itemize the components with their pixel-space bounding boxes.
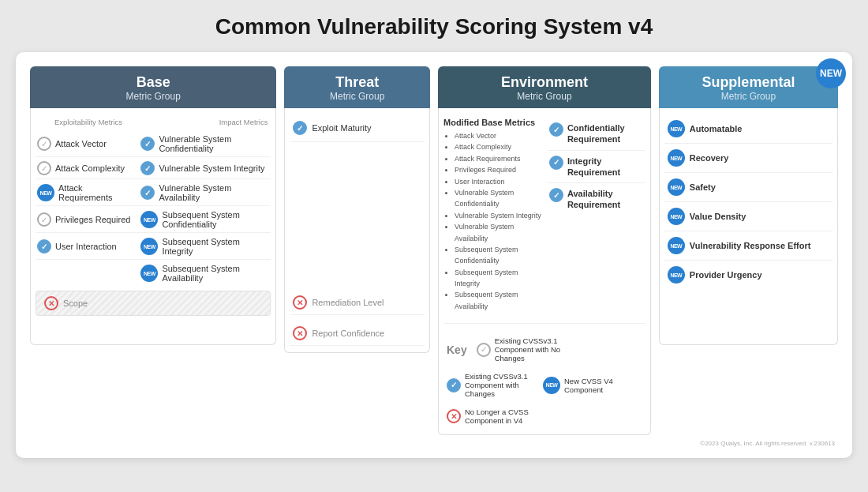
item-label: Safety <box>690 182 716 192</box>
env-body: Modified Base Metrics Attack Vector Atta… <box>438 108 651 435</box>
left-metric: ✓ Attack Vector <box>37 137 136 151</box>
item-label: Availability Requirement <box>567 188 644 211</box>
key-item-text: Existing CVSSv3.1 Component with Changes <box>465 372 533 398</box>
metric-label: Subsequent System Availability <box>162 264 269 283</box>
key-item: ✓ Existing CVSSv3.1 Component with Chang… <box>447 372 533 398</box>
key-item: NEW New CVSS V4 Component <box>543 377 630 394</box>
table-row: ✓ Attack Vector ✓ Vulnerable System Conf… <box>36 131 271 157</box>
new-badge-icon: NEW <box>140 238 158 255</box>
right-metric: ✓ Vulnerable System Integrity <box>136 161 269 175</box>
list-item: NEW Safety <box>664 173 832 202</box>
x-icon: ✕ <box>447 409 461 423</box>
item-label: Integrity Requirement <box>567 156 644 178</box>
blue-check-icon: ✓ <box>549 156 563 170</box>
blue-check-icon: ✓ <box>293 121 307 135</box>
right-metric: NEW Subsequent System Integrity <box>136 237 269 256</box>
gray-check-icon: ✓ <box>37 137 51 151</box>
env-bullet-list: Attack Vector Attack Complexity Attack R… <box>443 130 541 312</box>
new-badge-icon: NEW <box>668 237 685 254</box>
metric-label: Vulnerable System Integrity <box>159 163 264 173</box>
scope-label: Scope <box>63 299 88 308</box>
item-label: Remediation Level <box>312 298 383 307</box>
env-columns: Modified Base Metrics Attack Vector Atta… <box>443 115 645 315</box>
env-left: Modified Base Metrics Attack Vector Atta… <box>443 118 544 312</box>
subheader-impact: Impact Metrics <box>211 118 268 126</box>
key-item-text: New CVSS V4 Component <box>564 377 630 394</box>
list-item: Vulnerable System Availability <box>455 221 541 244</box>
new-badge-icon: NEW <box>668 120 685 137</box>
left-metric: NEW Attack Requirements <box>37 183 136 202</box>
key-item-text: No Longer a CVSS Component in V4 <box>465 407 533 425</box>
blue-check-icon: ✓ <box>140 137 155 151</box>
new-badge-icon: NEW <box>140 265 158 282</box>
col-base: Base Metric Group Exploitability Metrics… <box>30 66 276 435</box>
right-metric: NEW Subsequent System Confidentiality <box>136 210 269 229</box>
scope-row: ✕ Scope <box>36 291 271 316</box>
table-row: NEW Subsequent System Availability <box>36 261 271 286</box>
key-label: Key <box>447 344 467 356</box>
list-item: ✓ Confidentially Requirement <box>548 118 645 151</box>
col-env: Environment Metric Group Modified Base M… <box>438 66 651 435</box>
list-item: ✕ Report Confidence <box>290 321 425 346</box>
list-item: NEW Automatable <box>664 115 832 144</box>
item-label: Exploit Maturity <box>312 123 371 133</box>
list-item: Subsequent System Confidentiality <box>455 244 541 267</box>
list-item: NEW Recovery <box>664 144 832 173</box>
metric-label: Attack Requirements <box>58 183 136 202</box>
key-item: ✕ No Longer a CVSS Component in V4 <box>447 407 533 425</box>
footer: ©2023 Qualys, Inc. All rights reserved. … <box>30 440 838 447</box>
env-header: Environment Metric Group <box>438 66 651 108</box>
blue-check-icon: ✓ <box>447 378 461 392</box>
metric-label: Privileges Required <box>55 215 130 224</box>
x-icon: ✕ <box>293 326 307 340</box>
metric-label: Vulnerable System Confidentiality <box>159 134 269 153</box>
supp-header-sub: Metric Group <box>665 91 832 102</box>
right-metric: ✓ Vulnerable System Availability <box>136 183 269 202</box>
gray-check-icon: ✓ <box>477 343 491 357</box>
list-item: Vulnerable System Confidentiality <box>455 187 541 210</box>
base-header: Base Metric Group <box>30 66 276 108</box>
new-badge-icon: NEW <box>543 377 560 394</box>
threat-header-main: Threat <box>290 74 424 91</box>
list-item: ✓ Exploit Maturity <box>290 115 425 142</box>
metric-label: Subsequent System Integrity <box>162 237 269 256</box>
new-badge-icon: NEW <box>37 184 54 201</box>
subheader-exploitability: Exploitability Metrics <box>39 118 122 126</box>
list-item: Attack Vector <box>455 130 541 141</box>
x-icon: ✕ <box>293 295 307 310</box>
base-body: Exploitability Metrics Impact Metrics ✓ … <box>30 108 276 345</box>
key-section: Key ✓ Existing CVSSv3.1 Component with N… <box>443 330 645 428</box>
page-wrapper: Common Vulnerability Scoring System v4 B… <box>0 0 868 492</box>
new-badge-large-icon: NEW <box>816 58 846 88</box>
key-item: ✓ Existing CVSSv3.1 Component with No Ch… <box>477 336 563 362</box>
list-item: NEW Provider Urgency <box>664 261 832 289</box>
metric-label: Vulnerable System Availability <box>159 183 269 202</box>
columns-container: Base Metric Group Exploitability Metrics… <box>30 66 838 435</box>
new-badge-icon: NEW <box>668 266 685 284</box>
key-item-text: Existing CVSSv3.1 Component with No Chan… <box>495 336 563 362</box>
env-section-title: Modified Base Metrics <box>443 118 541 127</box>
threat-header-sub: Metric Group <box>290 91 424 102</box>
base-header-sub: Metric Group <box>36 91 270 102</box>
threat-body: ✓ Exploit Maturity ✕ Remediation Level ✕… <box>284 108 430 353</box>
blue-check-icon: ✓ <box>140 161 155 175</box>
right-metric: NEW Subsequent System Availability <box>136 264 269 283</box>
item-label: Automatable <box>690 124 743 133</box>
table-row: ✓ User Interaction NEW Subsequent System… <box>36 234 271 260</box>
list-item: Subsequent System Availability <box>455 289 541 312</box>
list-item: NEW Value Density <box>664 202 832 231</box>
list-item: ✓ Integrity Requirement <box>548 151 645 184</box>
x-icon: ✕ <box>44 296 58 310</box>
item-label: Confidentially Requirement <box>567 122 644 145</box>
env-right: ✓ Confidentially Requirement ✓ Integrity… <box>544 118 645 312</box>
new-badge-icon: NEW <box>668 178 685 196</box>
new-badge-icon: NEW <box>140 211 158 228</box>
gray-check-icon: ✓ <box>37 212 51 227</box>
list-item: Attack Requirements <box>455 153 541 164</box>
left-metric: ✓ Attack Complexity <box>37 161 136 175</box>
base-subheaders: Exploitability Metrics Impact Metrics <box>36 115 271 131</box>
col-supp: NEW Supplemental Metric Group NEW Automa… <box>659 66 838 435</box>
item-label: Recovery <box>690 153 729 163</box>
metric-label: Attack Complexity <box>55 163 125 173</box>
metric-label: Subsequent System Confidentiality <box>162 210 269 229</box>
